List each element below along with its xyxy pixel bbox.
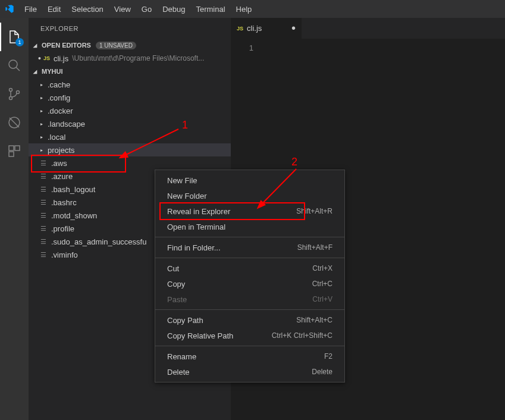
tree-folder[interactable]: ▸.landscape — [29, 117, 231, 130]
activity-extensions[interactable] — [0, 137, 29, 165]
context-menu-item-cut[interactable]: CutCtrl+X — [155, 261, 344, 276]
open-editors-list: •JScli.js\Ubuntu\mnt\d\Programe Files\Mi… — [29, 52, 231, 65]
context-menu-item-find-in-folder-[interactable]: Find in Folder...Shift+Alt+F — [155, 240, 344, 255]
debug-icon — [7, 115, 21, 130]
menu-item-debug[interactable]: Debug — [157, 2, 190, 16]
context-menu-item-new-folder[interactable]: New Folder — [155, 188, 344, 203]
context-menu-label: Reveal in Explorer — [167, 207, 230, 216]
dirty-indicator-icon: • — [291, 21, 296, 35]
open-editors-header[interactable]: ◢ OPEN EDITORS 1 UNSAVED — [29, 39, 231, 52]
menu-bar: FileEditSelectionViewGoDebugTerminalHelp — [19, 2, 257, 16]
chevron-down-icon: ◢ — [33, 69, 39, 74]
line-number: 1 — [231, 43, 253, 52]
context-menu-label: Paste — [167, 295, 187, 304]
context-menu: New FileNew FolderReveal in ExplorerShif… — [155, 170, 345, 383]
context-menu-item-copy[interactable]: CopyCtrl+C — [155, 276, 344, 292]
search-icon — [7, 58, 21, 73]
context-menu-label: Rename — [167, 352, 196, 361]
sidebar-title: EXPLORER — [29, 18, 231, 39]
tree-item-label: .cache — [48, 80, 70, 89]
svg-point-2 — [10, 97, 12, 100]
workspace-name: MYHUI — [42, 68, 62, 75]
file-icon: ☰ — [40, 238, 49, 246]
menu-item-edit[interactable]: Edit — [42, 2, 66, 16]
context-menu-separator — [155, 346, 344, 346]
context-menu-shortcut: Shift+Alt+C — [296, 316, 333, 324]
tree-folder[interactable]: ▸.config — [29, 91, 231, 104]
context-menu-separator — [155, 258, 344, 258]
tree-folder[interactable]: ▸.docker — [29, 104, 231, 117]
tree-item-label: .sudo_as_admin_successfu — [51, 237, 146, 246]
tree-item-label: projects — [48, 146, 75, 155]
context-menu-item-rename[interactable]: RenameF2 — [155, 349, 344, 364]
file-icon: ☰ — [40, 159, 49, 167]
chevron-right-icon: ▸ — [40, 121, 46, 127]
activity-debug[interactable] — [0, 108, 29, 137]
tree-item-label: .aws — [51, 159, 67, 168]
source-control-icon — [7, 87, 21, 101]
context-menu-label: Delete — [167, 368, 190, 377]
tree-item-label: .config — [48, 93, 70, 102]
context-menu-item-new-file[interactable]: New File — [155, 173, 344, 188]
dirty-indicator-icon: • — [38, 54, 41, 62]
tree-item-label: .azure — [51, 172, 73, 181]
file-icon: ☰ — [40, 173, 49, 180]
context-menu-label: New File — [167, 176, 197, 185]
file-path: \Ubuntu\mnt\d\Programe Files\Microsoft..… — [72, 54, 204, 62]
context-menu-item-copy-path[interactable]: Copy PathShift+Alt+C — [155, 312, 344, 328]
menu-item-help[interactable]: Help — [231, 2, 258, 16]
extensions-icon — [7, 144, 21, 158]
activity-search[interactable] — [0, 51, 29, 80]
tree-item-label: .bash_logout — [51, 185, 95, 194]
svg-rect-7 — [9, 152, 14, 156]
context-menu-shortcut: Shift+Alt+R — [296, 207, 333, 215]
context-menu-item-reveal-in-explorer[interactable]: Reveal in ExplorerShift+Alt+R — [155, 203, 344, 219]
context-menu-shortcut: Ctrl+X — [312, 264, 333, 272]
menu-item-terminal[interactable]: Terminal — [190, 2, 230, 16]
menu-item-go[interactable]: Go — [136, 2, 157, 16]
context-menu-label: Copy — [167, 280, 185, 289]
context-menu-label: Find in Folder... — [167, 243, 221, 252]
tree-folder[interactable]: ▸.local — [29, 130, 231, 143]
menu-item-view[interactable]: View — [109, 2, 136, 16]
svg-point-0 — [9, 60, 17, 68]
context-menu-separator — [155, 309, 344, 310]
unsaved-badge: 1 UNSAVED — [96, 42, 136, 49]
chevron-right-icon: ▸ — [40, 95, 46, 101]
context-menu-shortcut: Ctrl+C — [312, 280, 333, 288]
file-icon: ☰ — [40, 186, 49, 193]
chevron-right-icon: ▸ — [40, 82, 46, 87]
activity-explorer[interactable]: 1 — [0, 23, 29, 51]
context-menu-label: Open in Terminal — [167, 222, 225, 231]
context-menu-label: Cut — [167, 264, 179, 273]
editor-tab[interactable]: JS cli.js • — [231, 18, 302, 39]
context-menu-item-open-in-terminal[interactable]: Open in Terminal — [155, 219, 344, 234]
context-menu-shortcut: Delete — [312, 368, 333, 376]
file-icon: ☰ — [40, 199, 49, 206]
menu-item-file[interactable]: File — [19, 2, 42, 16]
tree-folder[interactable]: ▸projects — [29, 143, 231, 156]
tree-item-label: .docker — [48, 106, 73, 115]
activity-source-control[interactable] — [0, 80, 29, 108]
context-menu-item-paste: PasteCtrl+V — [155, 292, 344, 307]
tree-folder[interactable]: ▸.cache — [29, 78, 231, 91]
menu-item-selection[interactable]: Selection — [66, 2, 108, 16]
context-menu-separator — [155, 237, 344, 237]
tab-label: cli.js — [247, 24, 262, 33]
js-file-icon: JS — [43, 55, 50, 61]
context-menu-label: Copy Relative Path — [167, 331, 233, 340]
workspace-header[interactable]: ◢ MYHUI — [29, 65, 231, 78]
chevron-right-icon: ▸ — [40, 148, 46, 153]
tree-item-label: .local — [48, 133, 65, 142]
chevron-down-icon: ◢ — [33, 43, 39, 48]
file-name: cli.js — [54, 54, 68, 63]
tree-file[interactable]: ☰.aws — [29, 156, 231, 170]
context-menu-label: Copy Path — [167, 316, 203, 325]
activity-bar: 1 — [0, 18, 29, 420]
context-menu-item-delete[interactable]: DeleteDelete — [155, 364, 344, 380]
open-editor-item[interactable]: •JScli.js\Ubuntu\mnt\d\Programe Files\Mi… — [29, 52, 231, 65]
vscode-logo-icon — [5, 4, 14, 14]
tree-item-label: .bashrc — [51, 198, 77, 207]
context-menu-item-copy-relative-path[interactable]: Copy Relative PathCtrl+K Ctrl+Shift+C — [155, 328, 344, 343]
context-menu-shortcut: F2 — [324, 352, 333, 361]
